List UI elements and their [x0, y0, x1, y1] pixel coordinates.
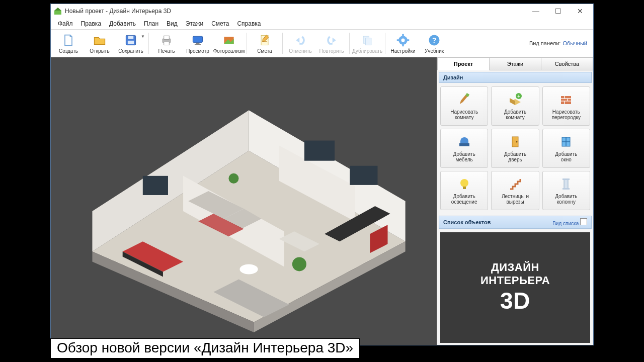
svg-rect-4	[128, 40, 134, 44]
svg-rect-0	[54, 11, 61, 15]
svg-rect-6	[164, 36, 170, 39]
svg-marker-18	[333, 37, 336, 43]
svg-rect-3	[128, 36, 134, 39]
toolbar-duplicate-button[interactable]: Дублировать	[352, 31, 383, 56]
svg-rect-24	[402, 44, 404, 46]
card-add-room[interactable]: + Добавитькомнату	[491, 86, 539, 126]
svg-rect-70	[463, 187, 466, 189]
room-plus-icon: +	[508, 92, 523, 107]
window-icon	[558, 134, 574, 149]
card-add-column[interactable]: Добавитьколонну	[542, 171, 590, 210]
svg-rect-57	[561, 96, 571, 104]
card-add-lighting[interactable]: Добавитьосвещение	[440, 171, 488, 210]
toolbar-estimate-button[interactable]: Смета	[249, 31, 280, 56]
svg-point-48	[292, 257, 306, 271]
svg-point-65	[516, 141, 517, 142]
svg-rect-10	[195, 44, 201, 45]
svg-rect-72	[562, 178, 570, 180]
tab-floors[interactable]: Этажи	[490, 57, 541, 70]
list-view-icon[interactable]	[580, 218, 587, 225]
list-view-label[interactable]: Вид списка	[552, 221, 579, 226]
render-icon	[222, 33, 236, 47]
paintbrush-icon	[457, 92, 472, 107]
menu-estimate[interactable]: Смета	[207, 19, 233, 29]
column-icon	[558, 176, 574, 192]
svg-rect-37	[304, 141, 335, 161]
svg-rect-23	[402, 34, 404, 36]
armchair-icon	[457, 134, 472, 149]
svg-point-50	[239, 264, 258, 274]
stairs-icon	[508, 176, 523, 192]
svg-text:?: ?	[432, 36, 437, 44]
card-draw-room[interactable]: Нарисоватькомнату	[440, 86, 488, 126]
svg-rect-25	[397, 39, 399, 41]
side-panel: Проект Этажи Свойства Дизайн Нарисоватьк…	[437, 57, 593, 345]
menu-add[interactable]: Добавить	[105, 19, 140, 29]
toolbar-save-button[interactable]: Сохранить ▼	[115, 31, 146, 56]
svg-marker-1	[54, 8, 61, 11]
menu-help[interactable]: Справка	[233, 19, 265, 29]
side-tabs: Проект Этажи Свойства	[437, 57, 593, 70]
floppy-save-icon	[124, 33, 138, 47]
svg-rect-7	[164, 42, 170, 45]
toolbar-help-button[interactable]: ? Учебник	[419, 31, 450, 56]
app-icon	[54, 7, 62, 15]
menu-plan[interactable]: План	[140, 19, 163, 29]
tab-properties[interactable]: Свойства	[541, 57, 593, 70]
printer-icon	[159, 33, 174, 47]
video-caption: Обзор новой версии «Дизайн Интерьера 3D»	[50, 338, 360, 358]
panel-mode-link[interactable]: Обычный	[562, 40, 587, 46]
objects-section-header: Список объектов Вид списка	[439, 216, 592, 229]
undo-icon	[293, 33, 307, 47]
lightbulb-icon	[457, 176, 472, 192]
svg-point-22	[401, 38, 405, 42]
tab-project[interactable]: Проект	[437, 57, 490, 70]
svg-rect-63	[459, 143, 469, 146]
card-stairs-cutouts[interactable]: Лестницы ивырезы	[491, 171, 539, 210]
notepad-icon	[258, 33, 272, 47]
toolbar: Создать Открыть Сохранить ▼ Печать Просм…	[51, 29, 593, 57]
menu-view[interactable]: Вид	[163, 19, 182, 29]
panel-mode-label: Вид панели:	[529, 40, 560, 46]
card-add-door[interactable]: Добавитьдверь	[491, 129, 539, 168]
close-button[interactable]: ✕	[569, 4, 591, 18]
maximize-button[interactable]: ☐	[547, 4, 569, 18]
svg-rect-71	[564, 179, 568, 189]
menu-edit[interactable]: Правка	[77, 19, 106, 29]
svg-point-69	[460, 179, 468, 187]
toolbar-open-button[interactable]: Открыть	[84, 31, 115, 56]
svg-rect-9	[196, 43, 200, 44]
chevron-down-icon[interactable]: ▼	[141, 34, 145, 39]
minimize-button[interactable]: —	[525, 4, 547, 18]
toolbar-new-button[interactable]: Создать	[53, 31, 84, 56]
svg-marker-17	[296, 37, 299, 43]
svg-text:+: +	[517, 94, 520, 99]
card-add-furniture[interactable]: Добавитьмебель	[440, 129, 488, 168]
brick-wall-icon	[558, 92, 574, 107]
svg-point-49	[228, 173, 238, 184]
window-title: Новый проект - Дизайн Интерьера 3D	[65, 8, 171, 15]
svg-rect-39	[143, 176, 168, 195]
toolbar-undo-button[interactable]: Отменить	[285, 31, 316, 56]
folder-open-icon	[93, 33, 107, 47]
file-new-icon	[61, 33, 75, 47]
help-icon: ?	[427, 33, 441, 47]
svg-rect-26	[407, 39, 409, 41]
toolbar-print-button[interactable]: Печать	[151, 31, 182, 56]
menu-floors[interactable]: Этажи	[182, 19, 207, 29]
app-window: Новый проект - Дизайн Интерьера 3D — ☐ ✕…	[50, 4, 594, 345]
card-add-window[interactable]: Добавитьокно	[542, 129, 590, 168]
duplicate-icon	[360, 33, 374, 47]
menu-file[interactable]: Файл	[54, 19, 77, 29]
menu-bar: Файл Правка Добавить План Вид Этажи Смет…	[51, 18, 593, 29]
toolbar-settings-button[interactable]: Настройки	[387, 31, 419, 56]
toolbar-preview-button[interactable]: Просмотр	[182, 31, 213, 56]
door-icon	[508, 134, 523, 149]
svg-rect-73	[562, 188, 570, 190]
card-draw-partition[interactable]: Нарисоватьперегородку	[542, 86, 590, 126]
viewport-3d[interactable]	[51, 57, 437, 345]
toolbar-photorealism-button[interactable]: Фотореализм	[213, 31, 245, 56]
monitor-icon	[191, 33, 205, 47]
svg-rect-38	[350, 166, 377, 185]
toolbar-redo-button[interactable]: Повторить	[316, 31, 347, 56]
